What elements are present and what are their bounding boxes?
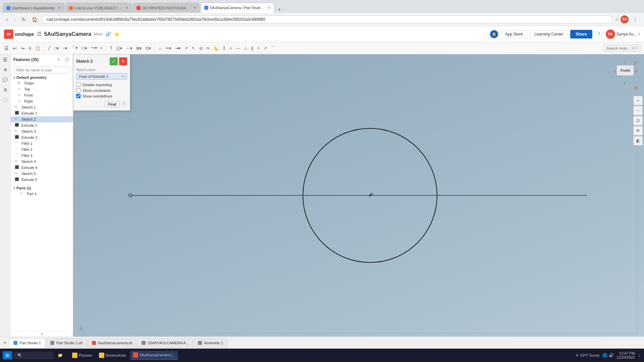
cube-right-arrow[interactable]: ▶ — [635, 69, 638, 74]
sketch-ok-button[interactable]: ✓ — [110, 57, 118, 65]
disable-imprinting-checkbox[interactable] — [76, 82, 80, 87]
taskbar-search[interactable]: 🔍 — [13, 352, 54, 359]
default-geometry-header[interactable]: ▾ Default geometry — [11, 75, 73, 80]
redo-button[interactable]: ↪ — [19, 45, 26, 52]
taskbar-app-onshape[interactable]: 5AulSanyaCamera |... — [130, 351, 178, 360]
feature-extrude5[interactable]: ⬛ Extrude 5 — [11, 177, 73, 183]
bottom-tab-3[interactable]: 5SANYAULCAMERA A... — [137, 338, 193, 348]
sum-tool[interactable]: Σ — [221, 45, 227, 52]
url-bar[interactable] — [42, 15, 613, 23]
pattern-tool[interactable]: ⊞▾ — [135, 45, 143, 52]
features-filter-input[interactable] — [13, 67, 70, 73]
parallel-tool[interactable]: ∥ — [250, 45, 255, 52]
volume-icon[interactable]: 🔊 — [609, 353, 614, 358]
feature-origin[interactable]: ⊕ Origin — [11, 80, 73, 86]
transform-tool[interactable]: ⊡▾ — [144, 45, 153, 52]
arc-tool[interactable]: ⌒▾ — [70, 44, 79, 52]
bottom-tab-2[interactable]: 5aulSanyacamera.stl — [88, 338, 137, 348]
tab-1-close[interactable]: ✕ — [58, 6, 61, 10]
select-tool[interactable]: ↖ — [190, 45, 197, 52]
taskbar-app-screenshots[interactable]: Screenshots — [96, 351, 129, 360]
mirror-tool[interactable]: ◱▾ — [115, 45, 124, 52]
perp-tool[interactable]: ⊥ — [242, 45, 249, 52]
spline-tool[interactable]: 〜▾ — [89, 44, 99, 52]
feature-extrude1[interactable]: ⬛ Extrude 1 — [11, 110, 73, 116]
link-icon[interactable]: 🔗 — [105, 32, 111, 37]
line-tool[interactable]: ╱ — [46, 45, 52, 52]
viewport[interactable]: Sketch 2 ⊕ ▲ ◀ — [73, 54, 644, 337]
bottom-left-icon[interactable]: ☰ — [77, 324, 85, 333]
bottom-tab-0[interactable]: Part Studio 1 — [9, 338, 45, 348]
show-constraints-checkbox[interactable] — [76, 88, 80, 93]
sketch-help-button[interactable]: ? — [121, 101, 127, 107]
undo-button[interactable]: ↩ — [11, 45, 18, 52]
feature-sketch1[interactable]: ✏ Sketch 1 — [11, 104, 73, 110]
new-tab-button[interactable]: + — [275, 7, 284, 13]
feature-extrude2[interactable]: ⬛ Extrude 2 — [11, 122, 73, 128]
offset-tool[interactable]: ⇥▾ — [173, 45, 182, 52]
cube-front-face[interactable]: Front — [616, 65, 634, 76]
dash-tool[interactable]: — — [234, 45, 241, 52]
sketch-plane-clear-icon[interactable]: ✕ — [121, 75, 124, 78]
coincident-tool[interactable]: ↗ — [262, 45, 269, 52]
tab-4[interactable]: 5AulSanyaCamera | Part Studio 1 ✕ — [201, 3, 274, 13]
rect-tool[interactable]: □▾ — [53, 45, 60, 52]
angle-tool[interactable]: ⌗ — [256, 45, 261, 52]
view-icon[interactable]: 👁 — [633, 126, 643, 135]
app-store-button[interactable]: App Store — [501, 30, 527, 38]
user-menu[interactable]: SA Sanya Au... ▾ — [606, 29, 640, 39]
features-toggle-button[interactable]: ☰ — [3, 45, 10, 52]
pen-tool[interactable]: ✏ — [205, 45, 212, 52]
tab-1[interactable]: Dashboard | RapidIdentity ✕ — [3, 3, 64, 13]
feature-extrude4[interactable]: ⬛ Extrude 4 — [11, 165, 73, 171]
mate-icon[interactable]: ⊕ — [1, 66, 9, 74]
feature-sketch4[interactable]: ✏ Sketch 4 — [11, 159, 73, 165]
cube-left-arrow[interactable]: ◀ — [612, 69, 615, 74]
help-star-icon[interactable]: ⭐ — [114, 32, 119, 37]
star-icon[interactable]: ☆ — [615, 17, 619, 22]
scroll-indicator[interactable]: ▾ — [11, 331, 73, 337]
home-button[interactable]: 🏠 — [30, 16, 40, 23]
cube-down-arrow[interactable]: ▼ — [623, 81, 627, 86]
features-clock[interactable]: 🕐 — [63, 56, 70, 63]
show-overdefined-checkbox[interactable] — [76, 94, 80, 98]
feature-sketch3[interactable]: ✏ Sketch 3 — [11, 128, 73, 134]
parts-group-header[interactable]: ▾ Parts (1) — [11, 185, 73, 191]
share-button[interactable]: Share — [570, 30, 592, 39]
reload-button[interactable]: ↻ — [20, 16, 28, 23]
final-button[interactable]: Final — [104, 101, 120, 108]
show-desktop-button[interactable]: | — [638, 352, 641, 358]
arc2-tool[interactable]: ⌒ — [269, 44, 277, 52]
feature-top[interactable]: ▭ Top — [11, 86, 73, 92]
features-add[interactable]: + — [55, 56, 62, 63]
cube-up-arrow[interactable]: ▲ — [623, 60, 627, 64]
sketch-cancel-button[interactable]: ✕ — [119, 57, 127, 65]
clock-icon[interactable]: 🕐 — [1, 96, 9, 104]
zoom-in-icon[interactable]: + — [633, 96, 643, 105]
taskbar-files[interactable]: 📁 — [55, 352, 65, 359]
bottom-tab-1[interactable]: Part Studio 1.stl — [46, 338, 87, 348]
constrain-tool[interactable]: ◎ — [198, 45, 204, 52]
part1-item[interactable]: ⬡ Part 1 — [11, 191, 73, 197]
question-button[interactable]: ? — [595, 30, 603, 38]
tab-4-close[interactable]: ✕ — [268, 6, 271, 10]
add-tab-button[interactable]: + — [1, 340, 8, 346]
project-tool[interactable]: ↗ — [183, 45, 190, 52]
menu-button[interactable]: ⋮ — [631, 15, 640, 23]
point-tool[interactable]: • — [99, 45, 104, 52]
zoom-out-icon[interactable]: − — [633, 106, 643, 115]
feature-sketch2[interactable]: ✏ Sketch 2 — [11, 116, 73, 122]
tab-3[interactable]: 3D PRINTED PHOTOGRAPHER T... ✕ — [133, 3, 200, 13]
features-icon[interactable]: ☰ — [1, 56, 9, 64]
back-button[interactable]: ‹ — [4, 16, 10, 23]
learning-center-button[interactable]: Learning Center — [530, 30, 568, 38]
forward-button[interactable]: › — [12, 16, 17, 23]
feature-right[interactable]: ▭ Right — [11, 98, 73, 104]
fillet-tool[interactable]: ⌓ — [157, 45, 163, 52]
measure-tool[interactable]: 📐 — [212, 45, 221, 52]
trim-tool[interactable]: ✂▾ — [164, 45, 173, 52]
zoom-fit-icon[interactable]: ⊡ — [633, 116, 643, 125]
tab-3-close[interactable]: ✕ — [193, 6, 196, 10]
feature-sketch5[interactable]: ✏ Sketch 5 — [11, 171, 73, 177]
notifications-icon[interactable]: 🔔 — [490, 30, 498, 38]
